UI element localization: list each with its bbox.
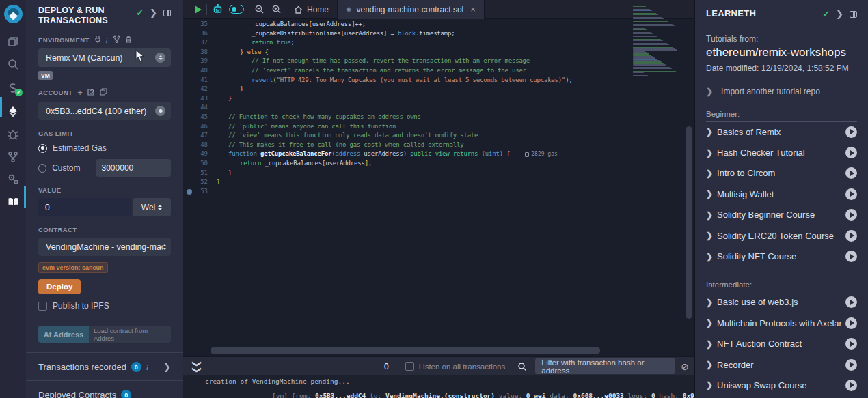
learneth-book-icon[interactable] bbox=[0, 190, 26, 213]
settings-icon[interactable] bbox=[0, 168, 26, 190]
panel-chevron-icon[interactable]: ❯ bbox=[150, 8, 157, 18]
publish-ipfs-option[interactable]: Publish to IPFS bbox=[38, 301, 171, 311]
play-tutorial-icon[interactable] bbox=[845, 209, 857, 221]
terminal-collapse-icon[interactable]: ❯❯ bbox=[192, 360, 202, 373]
estimated-gas-option[interactable]: Estimated Gas bbox=[38, 143, 171, 153]
tutorial-item[interactable]: ❯Hash Checker Tutorial bbox=[706, 142, 857, 162]
code-line[interactable]: 48// This makes it free to call (no gas … bbox=[183, 141, 694, 150]
learneth-chevron-icon[interactable]: ❯ bbox=[836, 9, 843, 19]
deploy-button[interactable]: Deploy bbox=[38, 279, 81, 294]
tutorial-item[interactable]: ❯Solidity Beginner Course bbox=[706, 205, 857, 225]
code-line[interactable]: 52} bbox=[183, 177, 694, 187]
learneth-popout-icon[interactable] bbox=[850, 11, 857, 18]
tutorial-item[interactable]: ❯Intro to Circom bbox=[706, 163, 857, 184]
value-unit-select[interactable]: Wei bbox=[133, 198, 171, 216]
editor-vertical-scrollbar[interactable] bbox=[686, 126, 692, 319]
code-line[interactable]: 50return _cupcakeBalances[userAddress]; bbox=[183, 159, 694, 169]
code-line[interactable]: 53 bbox=[183, 187, 694, 197]
editor-horizontal-scrollbar[interactable] bbox=[211, 347, 600, 354]
at-address-button[interactable]: At Address bbox=[38, 326, 89, 343]
tutorial-item[interactable]: ❯Solidity ERC20 Token Course bbox=[706, 225, 857, 246]
play-tutorial-icon[interactable] bbox=[845, 167, 857, 179]
run-script-icon[interactable] bbox=[195, 5, 202, 14]
remix-logo[interactable] bbox=[4, 5, 23, 23]
play-tutorial-icon[interactable] bbox=[845, 317, 857, 329]
terminal-tx-summary[interactable]: [vm] from: 0x5B3...eddC4 to: VendingMach… bbox=[272, 390, 694, 398]
debugger-icon[interactable] bbox=[0, 123, 26, 145]
at-address-input[interactable]: Load contract from Addres bbox=[89, 326, 171, 343]
code-line[interactable]: 46// 'public' means anyone can call this… bbox=[183, 122, 694, 132]
play-tutorial-icon[interactable] bbox=[845, 188, 857, 200]
play-tutorial-icon[interactable] bbox=[845, 147, 857, 158]
play-tutorial-icon[interactable] bbox=[845, 338, 857, 350]
code-line[interactable]: 49function getCupcakeBalanceFor(address … bbox=[183, 150, 694, 159]
breakpoint-dot[interactable] bbox=[187, 189, 192, 195]
code-line[interactable]: 44 bbox=[183, 103, 694, 113]
custom-gas-radio[interactable] bbox=[38, 164, 46, 173]
deployed-contracts-row[interactable]: Deployed Contracts 0 bbox=[26, 381, 183, 398]
code-line[interactable]: 36_cupcakeDistributionTimes[userAddress]… bbox=[183, 29, 694, 39]
transactions-info-icon[interactable]: i bbox=[146, 363, 148, 371]
play-tutorial-icon[interactable] bbox=[845, 359, 857, 371]
transactions-recorded-row[interactable]: Transactions recorded 0 i ❯ bbox=[26, 353, 183, 380]
tutorial-item[interactable]: ❯Uniswap Swap Course bbox=[706, 375, 857, 395]
code-line[interactable]: 39// If not enough time has passed, reve… bbox=[183, 57, 694, 66]
play-tutorial-icon[interactable] bbox=[845, 126, 857, 138]
tutorial-item[interactable]: ❯Basics of Remix bbox=[706, 122, 857, 142]
account-select[interactable]: 0x5B3...eddC4 (100 ether) bbox=[38, 102, 171, 120]
edit-account-icon[interactable] bbox=[87, 88, 95, 97]
code-line[interactable]: 42} bbox=[183, 85, 694, 94]
clear-console-icon[interactable]: ⊘ bbox=[681, 361, 689, 372]
code-line[interactable]: 35_cupcakeBalances[userAddress]++; bbox=[183, 20, 694, 29]
zoom-out-icon[interactable] bbox=[254, 4, 265, 14]
play-tutorial-icon[interactable] bbox=[845, 230, 857, 242]
tutorial-item[interactable]: ❯Multichain Protocols with Axelar bbox=[706, 313, 857, 333]
delete-environment-icon[interactable] bbox=[125, 35, 132, 44]
contract-select[interactable]: VendingMachine - vending-machin bbox=[38, 238, 171, 256]
editor-minimap[interactable] bbox=[633, 5, 682, 76]
custom-gas-input[interactable]: 3000000 bbox=[96, 159, 171, 177]
close-tab-icon[interactable]: × bbox=[470, 4, 476, 14]
custom-gas-option[interactable]: Custom 3000000 bbox=[38, 159, 171, 177]
file-explorer-icon[interactable] bbox=[0, 30, 26, 53]
code-line[interactable]: 41revert("HTTP 429: Too Many Cupcakes (y… bbox=[183, 76, 694, 85]
panel-popout-icon[interactable] bbox=[163, 10, 171, 16]
estimated-gas-radio[interactable] bbox=[38, 144, 47, 153]
copy-account-icon[interactable] bbox=[100, 88, 107, 97]
search-icon[interactable] bbox=[0, 53, 26, 75]
transactions-expand-icon[interactable]: ❯ bbox=[163, 362, 171, 372]
play-tutorial-icon[interactable] bbox=[845, 296, 857, 308]
code-line[interactable]: 37return true; bbox=[183, 38, 694, 48]
tutorial-item[interactable]: ❯Multisig Wallet bbox=[706, 184, 857, 204]
listen-all-option[interactable]: Listen on all transactions bbox=[405, 362, 506, 371]
code-line[interactable]: 40// 'revert' cancels the transaction an… bbox=[183, 66, 694, 76]
tutorial-item[interactable]: ❯NFT Auction Contract bbox=[706, 334, 857, 354]
play-tutorial-icon[interactable] bbox=[845, 380, 857, 391]
tutorial-item[interactable]: ❯Recorder bbox=[706, 354, 857, 375]
plug-icon[interactable] bbox=[94, 35, 101, 44]
play-tutorial-icon[interactable] bbox=[845, 251, 857, 262]
terminal-filter-input[interactable]: Filter with transaction hash or address bbox=[535, 358, 675, 374]
publish-ipfs-checkbox[interactable] bbox=[38, 302, 47, 311]
environment-select[interactable]: Remix VM (Cancun) bbox=[38, 48, 171, 67]
tutorial-item[interactable]: ❯Basic use of web3.js bbox=[706, 292, 857, 313]
solidity-compiler-icon[interactable]: ✓ bbox=[0, 76, 26, 99]
ai-copilot-icon[interactable] bbox=[212, 4, 223, 14]
copilot-toggle[interactable] bbox=[229, 5, 244, 14]
import-repo-row[interactable]: ❯ Import another tutorial repo bbox=[706, 87, 857, 96]
zoom-in-icon[interactable] bbox=[271, 4, 282, 14]
code-line[interactable]: 51} bbox=[183, 169, 694, 178]
file-tab-active[interactable]: ◈ vending-machine-contract.sol × bbox=[337, 0, 485, 19]
fork-icon[interactable] bbox=[113, 35, 120, 44]
home-tab[interactable]: Home bbox=[286, 0, 337, 19]
environment-info-icon[interactable]: i bbox=[106, 36, 108, 44]
code-line[interactable]: 43} bbox=[183, 94, 694, 104]
add-account-icon[interactable]: + bbox=[77, 87, 83, 98]
value-input[interactable]: 0 bbox=[38, 198, 131, 216]
code-lines[interactable]: 35_cupcakeBalances[userAddress]++;36_cup… bbox=[183, 20, 694, 196]
code-line[interactable]: 45// Function to check how many cupcakes… bbox=[183, 113, 694, 122]
code-line[interactable]: 47// 'view' means this function only rea… bbox=[183, 131, 694, 141]
git-icon[interactable] bbox=[0, 145, 26, 168]
code-line[interactable]: 38} else { bbox=[183, 48, 694, 57]
deploy-run-icon[interactable] bbox=[0, 100, 26, 123]
